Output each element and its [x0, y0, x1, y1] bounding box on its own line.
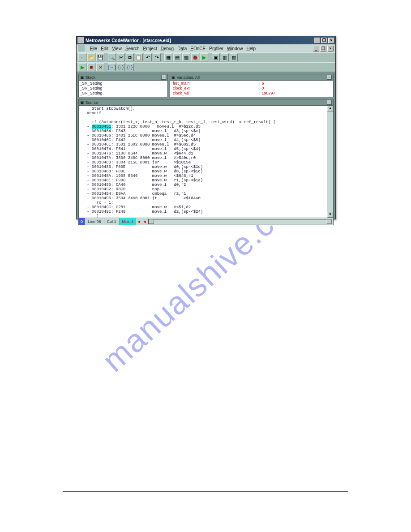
- stack-panel-body[interactable]: _SR_Setting _SR_Setting _SR_Setting: [79, 81, 167, 97]
- stack-item[interactable]: _SR_Setting: [80, 81, 167, 86]
- menu-project[interactable]: Project: [143, 46, 157, 51]
- current-pc-highlight: 0001045E: [92, 124, 111, 129]
- stack-title-icon: ▣ Stack: [80, 75, 95, 80]
- variables-panel: ▣ Variables: All ▫ fret_main 6 clock_ext…: [170, 74, 334, 97]
- debug-stop-button[interactable]: ■: [87, 63, 95, 71]
- browse-button[interactable]: ▣: [212, 53, 220, 61]
- source-gutter[interactable]: [79, 106, 85, 218]
- code-pre: Start_stopwatch(); #endif if (Autocorr(t…: [87, 107, 275, 124]
- footer-rule: [63, 491, 348, 492]
- variable-row[interactable]: fret_main 6: [171, 81, 332, 86]
- status-col: Col 1: [104, 218, 120, 225]
- debug-button[interactable]: 🐞: [191, 53, 199, 61]
- paste-button[interactable]: 📋: [135, 53, 143, 61]
- status-arrow-right[interactable]: ◄: [141, 219, 147, 224]
- variable-value: 0: [260, 86, 332, 91]
- step-over-button[interactable]: {→}: [108, 63, 116, 71]
- source-panel-title: ▣ Source ▫: [79, 99, 333, 106]
- horizontal-scrollbar[interactable]: [148, 219, 332, 224]
- upper-panels: ▣ Stack ▫ _SR_Setting _SR_Setting _SR_Se…: [77, 72, 335, 99]
- debug-separator: [105, 63, 107, 71]
- debug-toolbar: ▶ ■ ✕ {→} {↓} {↑}: [77, 62, 335, 72]
- variable-name: fret_main: [171, 81, 260, 86]
- variables-title-icon: ▣ Variables: All: [171, 75, 200, 80]
- menu-window[interactable]: Window: [227, 46, 243, 51]
- variable-row[interactable]: clock_val 190297: [171, 91, 332, 96]
- toolbar-separator-2: [162, 53, 163, 61]
- compile-button[interactable]: ▤: [173, 53, 181, 61]
- menu-help[interactable]: Help: [247, 46, 256, 51]
- variable-value: 6: [260, 81, 332, 86]
- menu-profiler[interactable]: Profiler: [209, 46, 223, 51]
- project-button[interactable]: ▦: [164, 53, 172, 61]
- redo-button[interactable]: ↷: [153, 53, 161, 61]
- source-panel: ▣ Source ▫ Start_stopwatch(); #endif if …: [78, 99, 334, 225]
- status-line: Line 96: [85, 218, 104, 225]
- menu-view[interactable]: View: [112, 46, 122, 51]
- menu-data[interactable]: Data: [177, 46, 187, 51]
- menubar: File Edit View Search Project Debug Data…: [77, 44, 335, 52]
- variable-name: clock_ext: [171, 86, 260, 91]
- close-button[interactable]: ×: [328, 38, 334, 43]
- step-out-button[interactable]: {↑}: [126, 63, 134, 71]
- pane1-button[interactable]: ▥: [221, 53, 229, 61]
- menu-debug[interactable]: Debug: [161, 46, 174, 51]
- hscroll-right-button[interactable]: [326, 219, 332, 224]
- make-button[interactable]: ▧: [182, 53, 190, 61]
- menu-eonce[interactable]: EOnCE: [190, 46, 206, 51]
- mdi-restore-button[interactable]: ❐: [320, 46, 326, 51]
- run-button[interactable]: ▶: [200, 53, 208, 61]
- undo-button[interactable]: ↶: [144, 53, 152, 61]
- variables-panel-body[interactable]: fret_main 6 clock_ext 0 clock_val 190297: [170, 81, 333, 97]
- variables-table: fret_main 6 clock_ext 0 clock_val 190297: [171, 81, 332, 96]
- hscroll-left-button[interactable]: [149, 219, 154, 224]
- variable-name: clock_val: [171, 91, 260, 96]
- pane2-button[interactable]: ▨: [230, 53, 238, 61]
- toolbar-separator: [105, 53, 107, 61]
- scroll-track[interactable]: [327, 112, 333, 212]
- new-file-button[interactable]: ▫: [78, 53, 86, 61]
- stack-panel-title: ▣ Stack ▫: [79, 74, 167, 81]
- window-title: Metrowerks CodeWarrior - [starcore.eld]: [86, 38, 314, 43]
- status-indicator[interactable]: 0: [79, 218, 85, 225]
- code-after: : 3301 222C 8000 moveu.l #>$22c,d3 - 000…: [87, 124, 203, 218]
- open-button[interactable]: 📂: [87, 53, 95, 61]
- vertical-scrollbar[interactable]: ▲ ▼: [327, 106, 333, 218]
- variable-row[interactable]: clock_ext 0: [171, 86, 332, 91]
- main-toolbar: ▫ 📂 💾 🔍 ✂ ⧉ 📋 ↶ ↷ ▦ ▤ ▧ 🐞 ▶ ▣ ▥ ▨: [77, 52, 335, 62]
- source-panel-toggle[interactable]: ▫: [327, 100, 332, 105]
- titlebar: Metrowerks CodeWarrior - [starcore.eld] …: [77, 36, 335, 44]
- menu-file[interactable]: File: [90, 46, 97, 51]
- debug-kill-button[interactable]: ✕: [96, 63, 104, 71]
- step-into-button[interactable]: {↓}: [117, 63, 125, 71]
- stack-panel-toggle[interactable]: ▫: [161, 75, 166, 80]
- variables-panel-toggle[interactable]: ▫: [327, 75, 332, 80]
- source-code-area[interactable]: Start_stopwatch(); #endif if (Autocorr(t…: [85, 106, 327, 218]
- menu-search[interactable]: Search: [125, 46, 140, 51]
- scroll-down-button[interactable]: ▼: [327, 212, 333, 218]
- status-mode[interactable]: Mixed: [120, 218, 136, 225]
- copy-button[interactable]: ⧉: [126, 53, 134, 61]
- menu-edit[interactable]: Edit: [101, 46, 108, 51]
- find-button[interactable]: 🔍: [108, 53, 116, 61]
- source-body: Start_stopwatch(); #endif if (Autocorr(t…: [79, 106, 333, 218]
- save-button[interactable]: 💾: [96, 53, 104, 61]
- mdi-window-controls: _ ❐ ×: [313, 46, 334, 51]
- cut-button[interactable]: ✂: [117, 53, 125, 61]
- debug-run-button[interactable]: ▶: [78, 63, 86, 71]
- variable-value: 190297: [260, 91, 332, 96]
- scroll-up-button[interactable]: ▲: [327, 106, 333, 112]
- hscroll-track[interactable]: [154, 219, 326, 224]
- menubar-icon: [78, 45, 85, 51]
- source-statusbar: 0 Line 96 Col 1 Mixed ◄ ◄: [79, 218, 333, 225]
- minimize-button[interactable]: _: [314, 38, 320, 43]
- stack-item[interactable]: _SR_Setting: [80, 86, 167, 91]
- status-arrow-left[interactable]: ◄: [136, 219, 142, 224]
- source-title-icon: ▣ Source: [80, 100, 98, 105]
- stack-item[interactable]: _SR_Setting: [80, 91, 167, 96]
- restore-button[interactable]: ❐: [321, 38, 327, 43]
- mdi-close-button[interactable]: ×: [327, 46, 334, 51]
- page-container: manualshive.com Metrowerks CodeWarrior -…: [0, 0, 411, 532]
- mdi-minimize-button[interactable]: _: [313, 46, 319, 51]
- app-window: Metrowerks CodeWarrior - [starcore.eld] …: [76, 36, 336, 219]
